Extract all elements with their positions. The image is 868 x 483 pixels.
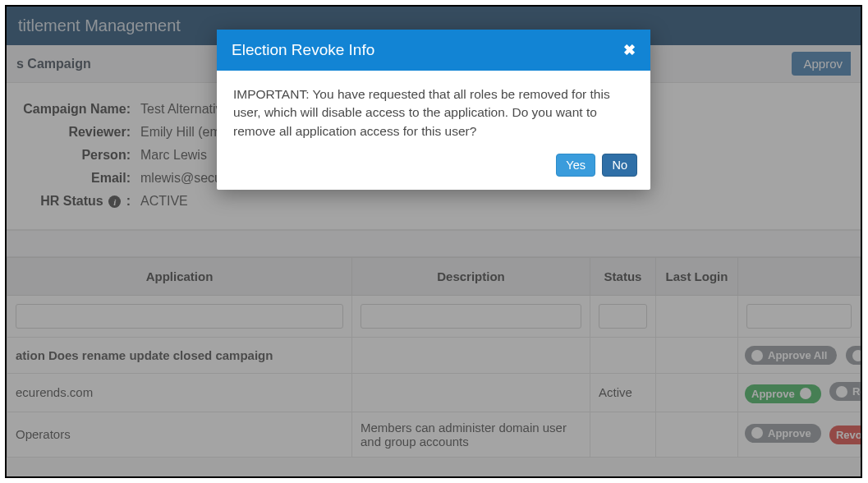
no-button[interactable]: No xyxy=(602,154,637,177)
modal-title: Election Revoke Info xyxy=(232,41,374,59)
modal-header: Election Revoke Info ✖ xyxy=(217,30,650,71)
yes-button[interactable]: Yes xyxy=(556,154,595,177)
modal-body: IMPORTANT: You have requested that all r… xyxy=(217,71,650,145)
modal-footer: Yes No xyxy=(217,145,650,190)
revoke-info-modal: Election Revoke Info ✖ IMPORTANT: You ha… xyxy=(217,30,650,190)
close-icon[interactable]: ✖ xyxy=(623,41,636,59)
